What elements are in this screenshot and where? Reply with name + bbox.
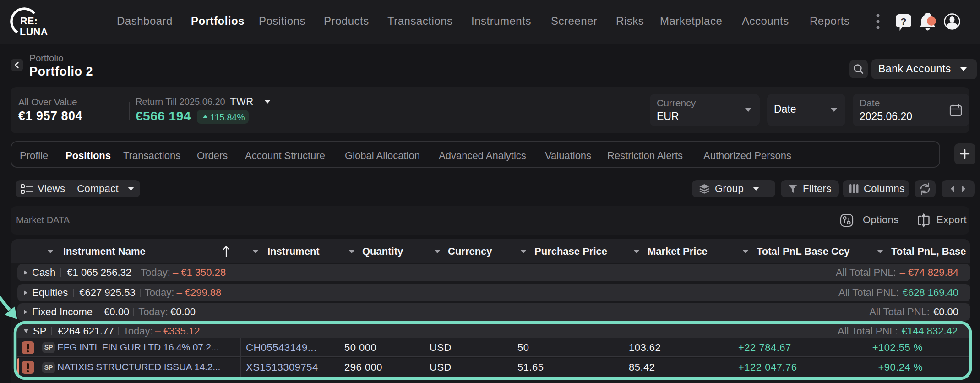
svg-text:LUNA: LUNA: [20, 27, 48, 38]
svg-text:RE:: RE:: [20, 16, 38, 27]
svg-text:?: ?: [901, 16, 907, 27]
